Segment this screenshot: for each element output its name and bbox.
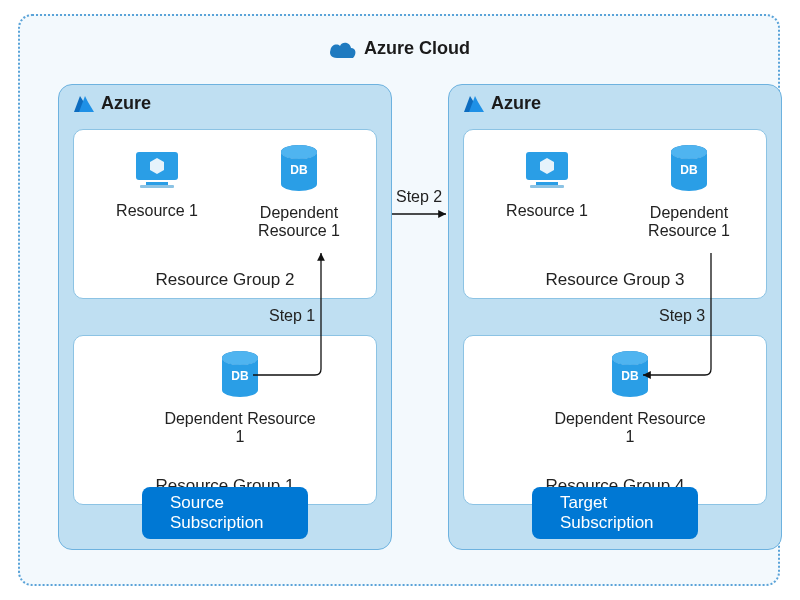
step-2-label: Step 2 xyxy=(396,188,442,206)
azure-cloud-frame: Azure Cloud Azure Resource 1 xyxy=(18,14,780,586)
arrow-step-2 xyxy=(20,16,782,588)
